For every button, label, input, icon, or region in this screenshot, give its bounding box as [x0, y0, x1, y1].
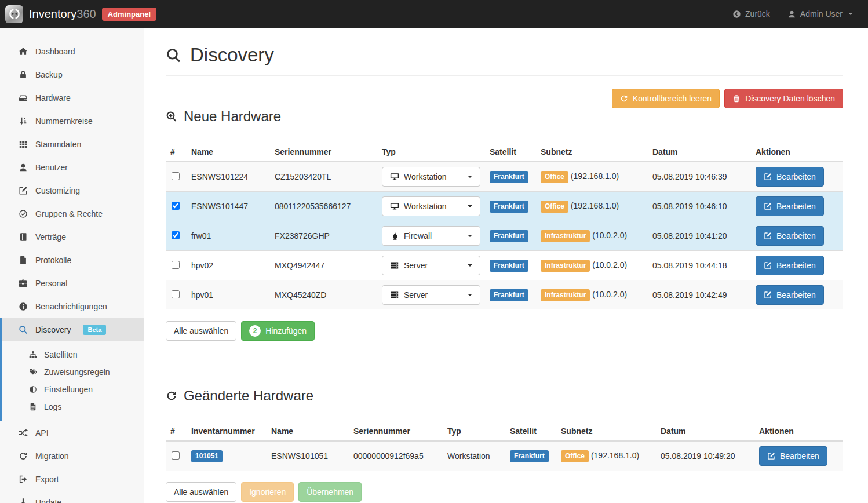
- shuffle-icon: [18, 428, 28, 438]
- sidebar-item-einstellungen[interactable]: Einstellungen: [2, 381, 144, 398]
- edit-button[interactable]: Bearbeiten: [756, 167, 824, 187]
- sidebar-item-zuweisungsregeln[interactable]: Zuweisungsregeln: [2, 363, 144, 381]
- serial-number: FX238726GHP: [270, 221, 377, 251]
- edit-button[interactable]: Bearbeiten: [759, 446, 827, 466]
- file-icon: [18, 256, 28, 265]
- sidebar-item-api[interactable]: API: [0, 421, 144, 444]
- adjust-icon: [28, 385, 38, 394]
- page-title: Discovery: [166, 43, 843, 76]
- sidebar-item-hardware[interactable]: Hardware: [0, 86, 144, 110]
- add-button[interactable]: 2 Hinzufügen: [241, 321, 315, 341]
- edit-button[interactable]: Bearbeiten: [756, 226, 824, 246]
- row-checkbox[interactable]: [172, 290, 180, 298]
- serial-number: MXQ45240ZD: [270, 280, 377, 310]
- subnet-range: (10.0.2.0): [592, 290, 627, 299]
- hdd-icon: [18, 93, 28, 103]
- row-checkbox[interactable]: [172, 231, 180, 239]
- delete-discovery-button[interactable]: Discovery Daten löschen: [724, 89, 843, 108]
- type-select[interactable]: Workstation: [382, 196, 480, 216]
- sidebar-item-customizing[interactable]: Customizing: [0, 179, 144, 202]
- satellite-badge: Frankfurt: [510, 450, 549, 462]
- sidebar-item-stammdaten[interactable]: Stammdaten: [0, 133, 144, 156]
- clear-control-button[interactable]: Kontrollbereich leeren: [612, 89, 720, 108]
- column-header: Subnetz: [556, 422, 656, 441]
- app-title[interactable]: Inventory360: [29, 8, 96, 21]
- sidebar-item-label: Backup: [35, 70, 63, 79]
- serial-number: CZ15203420TL: [270, 162, 377, 192]
- sidebar-item-label: Hardware: [35, 93, 71, 103]
- sidebar-item-protokolle[interactable]: Protokolle: [0, 249, 144, 272]
- edit-button[interactable]: Bearbeiten: [756, 256, 824, 275]
- select-all-button[interactable]: Alle auswählen: [166, 482, 236, 502]
- select-all-button[interactable]: Alle auswählen: [166, 321, 236, 341]
- arrow-circle-left-icon: [732, 10, 741, 19]
- type-select[interactable]: Server: [382, 256, 480, 275]
- sidebar-item-label: Personal: [35, 279, 67, 288]
- satellite-badge: Frankfurt: [490, 171, 528, 183]
- user-icon: [787, 10, 796, 19]
- caret-down-icon: [468, 264, 472, 267]
- new-hardware-section: Neue Hardware #NameSeriennummerTypSatell…: [166, 108, 843, 341]
- sidebar-item-satelliten[interactable]: Satelliten: [2, 346, 144, 363]
- subnet-badge: Office: [541, 171, 568, 183]
- caret-down-icon: [468, 205, 472, 207]
- discovered-date: 05.08.2019 10:44:18: [648, 251, 751, 280]
- back-link[interactable]: Zurück: [732, 9, 770, 19]
- sidebar-item-update[interactable]: Update: [0, 491, 144, 503]
- column-header: Satellit: [505, 422, 556, 441]
- sidebar-item-vertr-ge[interactable]: Verträge: [0, 225, 144, 249]
- row-checkbox[interactable]: [172, 172, 180, 180]
- sidebar-item-discovery[interactable]: DiscoveryBeta: [2, 318, 144, 341]
- column-header: #: [166, 422, 187, 441]
- column-header: Name: [187, 143, 270, 162]
- sidebar-item-personal[interactable]: Personal: [0, 272, 144, 295]
- edit-button[interactable]: Bearbeiten: [756, 285, 824, 305]
- sidebar-item-nummernkreise[interactable]: Nummernkreise: [0, 110, 144, 133]
- changed-hardware-table: #InventarnummerNameSeriennummerTypSatell…: [166, 422, 843, 471]
- column-header: Aktionen: [751, 143, 843, 162]
- user-menu[interactable]: Admin User: [787, 9, 853, 19]
- type-select[interactable]: Workstation: [382, 167, 480, 187]
- column-header: Subnetz: [536, 143, 648, 162]
- sidebar-item-label: Update: [35, 498, 61, 503]
- user-icon: [18, 163, 28, 172]
- device-name: frw01: [187, 221, 270, 251]
- apply-button[interactable]: Übernehmen: [298, 482, 362, 502]
- edit-button[interactable]: Bearbeiten: [756, 196, 824, 216]
- type-select-value: Server: [404, 261, 428, 270]
- subnet-range: (192.168.1.0): [571, 172, 619, 181]
- sidebar-item-gruppen-rechte[interactable]: Gruppen & Rechte: [0, 202, 144, 225]
- column-header: Name: [267, 422, 349, 441]
- type-select[interactable]: Server: [382, 285, 480, 305]
- subnet-range: (10.0.2.0): [592, 260, 627, 269]
- download-icon: [18, 498, 28, 503]
- info-circle-icon: [18, 302, 28, 311]
- caret-down-icon: [848, 13, 853, 15]
- column-header: Inventarnummer: [187, 422, 267, 441]
- row-checkbox[interactable]: [172, 202, 180, 210]
- row-checkbox[interactable]: [172, 451, 180, 460]
- selection-count-badge: 2: [249, 325, 261, 337]
- type-select[interactable]: Firewall: [382, 226, 480, 246]
- sidebar-item-label: Gruppen & Rechte: [35, 209, 103, 218]
- sidebar-item-benutzer[interactable]: Benutzer: [0, 156, 144, 179]
- sidebar-item-export[interactable]: Export: [0, 468, 144, 491]
- inventory-number-badge: 101051: [191, 450, 223, 462]
- type-select-value: Server: [404, 290, 428, 300]
- sidebar-item-benachrichtigungen[interactable]: Benachrichtigungen: [0, 295, 144, 318]
- sidebar-item-logs[interactable]: Logs: [2, 398, 144, 415]
- subnet-range: (10.0.2.0): [592, 231, 627, 240]
- sidebar-item-dashboard[interactable]: Dashboard: [0, 40, 144, 63]
- book-icon: [18, 232, 28, 242]
- sidebar-item-label: Benachrichtigungen: [35, 302, 107, 311]
- sidebar-item-migration[interactable]: Migration: [0, 444, 144, 468]
- sidebar-item-label: Export: [35, 475, 59, 484]
- discovered-date: 05.08.2019 10:46:10: [648, 192, 751, 221]
- column-header: Satellit: [485, 143, 536, 162]
- sidebar-item-label: Discovery: [35, 325, 71, 334]
- sidebar-item-backup[interactable]: Backup: [0, 63, 144, 86]
- edit-icon: [764, 202, 772, 210]
- server-icon: [390, 261, 399, 270]
- ignore-button[interactable]: Ignorieren: [241, 482, 294, 502]
- row-checkbox[interactable]: [172, 261, 180, 269]
